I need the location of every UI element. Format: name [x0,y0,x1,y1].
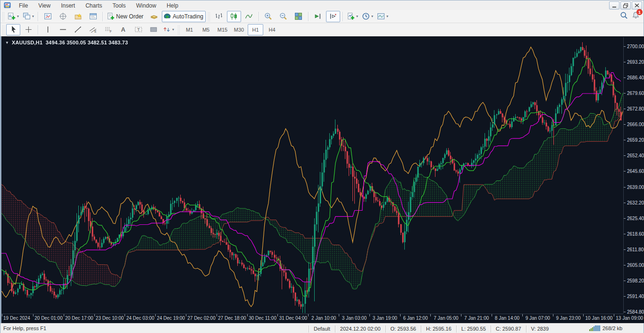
connection-status: 268/2 kb [589,325,622,331]
zoom-out-button[interactable] [276,11,291,22]
rectangle-button[interactable] [146,24,160,35]
zoom-in-button[interactable] [261,11,276,22]
data-window-button[interactable] [56,11,70,22]
timeframe-h4-button[interactable]: H4 [264,24,280,35]
chart-title-bar: ▼ XAUUSD,H1 3494.36 3500.05 3482.51 3483… [5,40,128,45]
auto-scroll-button[interactable] [311,11,325,22]
indicators-button[interactable]: ▾ [345,11,360,22]
connection-speed: 268/2 kb [602,325,622,331]
price-tick [624,203,626,203]
time-label: 13 Jan 09:00 [616,316,643,321]
dropdown-arrow-icon: ▾ [32,15,34,18]
toolbar-grip [208,12,210,21]
price-tick [624,187,626,188]
toolbox-button[interactable] [86,11,100,22]
new-order-button[interactable]: New Order [105,11,146,22]
menu-help[interactable]: Help [161,1,184,10]
price-label: 2686.40 [627,75,644,80]
templates-button[interactable]: ▾ [376,11,390,22]
price-tick [624,296,626,297]
timeframe-h1-button[interactable]: H1 [248,24,263,35]
price-tick [624,312,626,312]
price-tick [624,62,626,62]
chart-collapse-icon[interactable]: ▼ [5,41,9,45]
price-label: 2659.20 [627,137,644,143]
line-chart-button[interactable] [242,11,256,22]
arrows-button[interactable]: ▾ [161,24,176,35]
price-tick [624,234,626,234]
time-tick [339,314,339,316]
timeframe-m30-button[interactable]: M30 [231,24,247,35]
text-label-button[interactable]: T [131,24,145,35]
toolbar-separator [308,12,309,21]
timeframe-m5-button[interactable]: M5 [198,24,214,35]
menu-insert[interactable]: Insert [56,1,80,10]
time-tick [553,314,553,316]
menu-window[interactable]: Window [131,1,162,10]
price-label: 2645.60 [627,169,644,174]
tile-windows-button[interactable] [292,11,306,22]
time-label: 19 Dec 2024 [3,316,30,321]
search-button[interactable] [620,11,628,19]
time-tick [33,314,33,316]
time-label: 7 Jan 05:00 [434,316,458,321]
status-low: L: 2590.55 [456,325,491,333]
bar-chart-button[interactable] [212,11,226,22]
candlestick-button[interactable] [227,11,241,22]
cursor-icon [9,26,17,34]
price-chart-canvas[interactable] [1,37,623,313]
price-tick [624,281,626,281]
periods-icon [362,12,370,20]
new-chart-button[interactable]: ▾ [6,11,20,22]
time-label: 30 Dec 11:00 [249,316,276,321]
periods-button[interactable]: ▾ [360,11,375,22]
cursor-button[interactable] [6,24,20,35]
toolbar-grip [2,12,4,21]
status-bar: For Help, press F1 Default2024.12.20 02:… [0,323,644,333]
price-tick [624,155,626,156]
time-label: 20 Dec 01:00 [34,316,63,321]
fibonacci-icon: F [104,26,112,34]
tile-windows-icon [294,12,302,20]
price-axis[interactable]: 2700.002693.202686.402679.602672.802666.… [623,37,644,314]
market-watch-button[interactable] [41,11,55,22]
minimize-button[interactable] [609,1,619,9]
expert-advisors-button[interactable] [147,11,161,22]
price-label: 2584.80 [627,309,644,315]
status-cells: Default2024.12.20 02:00O: 2593.56H: 2595… [309,324,553,333]
chart-shift-button[interactable] [326,11,340,22]
favorites-button[interactable] [71,11,85,22]
vertical-line-button[interactable] [41,24,55,35]
time-tick [277,314,278,316]
window-controls [609,1,642,9]
standard-toolbar: ▾▾New OrderAutoTrading▾▾▾ [0,10,644,23]
menu-tools[interactable]: Tools [108,1,131,10]
time-label: 7 Jan 21:00 [464,316,489,321]
time-label: 9 Jan 07:00 [526,316,550,321]
profiles-button[interactable]: ▾ [21,11,35,22]
menu-view[interactable]: View [33,1,56,10]
notifications-button[interactable]: 1 [632,11,640,19]
close-button[interactable] [632,1,642,9]
fibonacci-button[interactable]: F [101,24,115,35]
restore-button[interactable] [620,1,631,9]
svg-text:E: E [94,30,96,33]
time-axis[interactable]: 19 Dec 202420 Dec 01:0020 Dec 17:0023 De… [1,314,623,323]
text-button[interactable]: A [116,24,130,35]
price-tick [624,140,626,140]
autotrading-button[interactable]: AutoTrading [162,11,206,22]
timeframe-m1-button[interactable]: M1 [182,24,197,35]
crosshair-button[interactable] [21,24,35,35]
price-label: 2618.60 [627,231,644,237]
dropdown-arrow-icon: ▾ [172,28,174,32]
time-label: 9 Jan 23:00 [556,316,580,321]
menu-file[interactable]: File [14,1,33,10]
equidistant-channel-button[interactable]: E [86,24,100,35]
price-tick [624,109,626,109]
timeframe-m15-button[interactable]: M15 [215,24,230,35]
horizontal-line-button[interactable] [56,24,70,35]
line-chart-icon [245,12,253,20]
trendline-button[interactable] [71,24,85,35]
menu-charts[interactable]: Charts [80,1,107,10]
price-label: 2639.00 [627,185,644,190]
